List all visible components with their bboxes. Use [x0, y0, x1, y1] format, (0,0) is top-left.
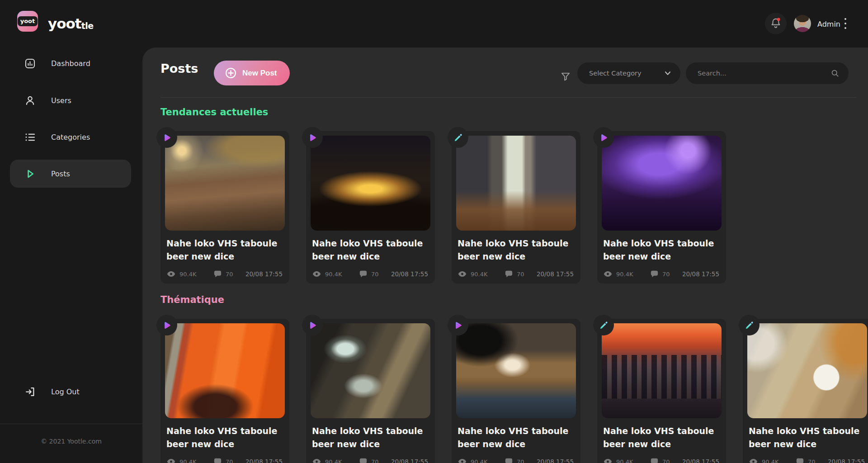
filter-button[interactable] [559, 69, 572, 85]
avatar[interactable] [794, 15, 811, 32]
post-title[interactable]: Nahe loko VHS taboule beer new dice [458, 237, 575, 264]
card-badge[interactable] [593, 315, 614, 335]
comments-stat: 70 [651, 270, 682, 278]
comment-icon [359, 458, 367, 463]
post-card[interactable]: Nahe loko VHS taboule beer new dice 90.4… [452, 131, 580, 283]
comment-icon [505, 270, 513, 278]
card-badge[interactable] [448, 127, 468, 148]
comments-stat: 70 [796, 458, 828, 463]
eye-icon [167, 271, 175, 277]
post-image[interactable] [602, 136, 722, 231]
post-image[interactable] [311, 323, 430, 418]
search-icon [830, 69, 840, 78]
play-icon [308, 133, 317, 142]
views-count: 90.4K [616, 458, 633, 463]
comment-icon [651, 270, 658, 278]
category-select[interactable]: Select Category [577, 62, 680, 84]
sidebar-item-users[interactable]: Users [10, 86, 131, 114]
post-title[interactable]: Nahe loko VHS taboule beer new dice [603, 237, 720, 264]
logout-button[interactable]: Log Out [10, 378, 131, 406]
card-badge[interactable] [302, 127, 323, 148]
comments-count: 70 [371, 271, 379, 278]
section-title: Tendances actuelles [160, 107, 268, 118]
funnel-icon [560, 71, 571, 83]
views-stat: 90.4K [312, 271, 359, 278]
card-badge[interactable] [156, 315, 177, 335]
new-post-button[interactable]: New Post [214, 61, 290, 85]
play-icon [599, 133, 609, 142]
bell-icon [770, 17, 782, 30]
play-icon [162, 133, 172, 142]
comments-stat: 70 [214, 458, 245, 463]
post-title[interactable]: Nahe loko VHS taboule beer new dice [312, 425, 429, 451]
logout-icon [24, 386, 36, 398]
post-card[interactable]: Nahe loko VHS taboule beer new dice 90.4… [452, 319, 580, 463]
post-title[interactable]: Nahe loko VHS taboule beer new dice [458, 425, 575, 451]
section-thematic: Thématique Nahe loko VHS taboule beer ne… [160, 294, 224, 305]
post-image[interactable] [165, 136, 285, 231]
post-date: 20/08 17:55 [245, 458, 283, 463]
post-title[interactable]: Nahe loko VHS taboule beer new dice [166, 425, 283, 451]
sidebar-item-posts[interactable]: Posts [10, 160, 131, 188]
card-badge[interactable] [448, 315, 468, 335]
comments-stat: 70 [359, 270, 391, 278]
eye-icon [749, 458, 758, 463]
comments-count: 70 [517, 271, 524, 278]
post-image[interactable] [311, 136, 430, 231]
post-title[interactable]: Nahe loko VHS taboule beer new dice [749, 425, 866, 451]
sidebar: Dashboard Users Categories Posts Log Out… [0, 38, 142, 463]
post-card[interactable]: Nahe loko VHS taboule beer new dice 90.4… [160, 131, 289, 283]
card-badge[interactable] [302, 315, 323, 335]
post-card[interactable]: Nahe loko VHS taboule beer new dice 90.4… [743, 319, 868, 463]
post-stats: 90.4K 70 20/08 17:55 [167, 270, 283, 278]
search-input[interactable] [698, 70, 830, 77]
post-image[interactable] [602, 323, 722, 418]
post-stats: 90.4K 70 20/08 17:55 [458, 270, 574, 278]
comment-icon [505, 458, 513, 463]
comment-icon [214, 458, 222, 463]
section-trending: Tendances actuelles Nahe loko VHS taboul… [160, 107, 268, 118]
kebab-menu-icon[interactable] [840, 14, 851, 33]
views-count: 90.4K [179, 458, 196, 463]
comments-count: 70 [808, 458, 816, 463]
views-stat: 90.4K [749, 458, 796, 463]
comment-icon [214, 270, 222, 278]
comments-count: 70 [662, 458, 670, 463]
views-count: 90.4K [762, 458, 778, 463]
edit-icon [453, 133, 463, 142]
post-title[interactable]: Nahe loko VHS taboule beer new dice [166, 237, 283, 264]
post-card[interactable]: Nahe loko VHS taboule beer new dice 90.4… [597, 131, 726, 283]
post-card[interactable]: Nahe loko VHS taboule beer new dice 90.4… [160, 319, 289, 463]
post-stats: 90.4K 70 20/08 17:55 [604, 458, 719, 463]
post-title[interactable]: Nahe loko VHS taboule beer new dice [312, 237, 429, 264]
views-stat: 90.4K [458, 458, 505, 463]
user-icon [24, 94, 36, 107]
post-image[interactable] [165, 323, 285, 418]
post-stats: 90.4K 70 20/08 17:55 [312, 270, 428, 278]
eye-icon [604, 458, 612, 463]
post-image[interactable] [456, 323, 576, 418]
post-card[interactable]: Nahe loko VHS taboule beer new dice 90.4… [306, 131, 435, 283]
post-image[interactable] [747, 323, 867, 418]
plus-circle-icon [225, 67, 237, 79]
bar-chart-icon [24, 57, 36, 70]
post-title[interactable]: Nahe loko VHS taboule beer new dice [603, 425, 720, 451]
cards-row: Nahe loko VHS taboule beer new dice 90.4… [160, 131, 726, 283]
views-count: 90.4K [325, 458, 342, 463]
brand-logo[interactable]: yoot yoot tle [17, 11, 94, 32]
post-card[interactable]: Nahe loko VHS taboule beer new dice 90.4… [597, 319, 726, 463]
sidebar-item-categories[interactable]: Categories [10, 123, 131, 151]
card-badge[interactable] [593, 127, 614, 148]
post-card[interactable]: Nahe loko VHS taboule beer new dice 90.4… [306, 319, 435, 463]
card-badge[interactable] [156, 127, 177, 148]
eye-icon [312, 458, 321, 463]
notifications-button[interactable] [765, 13, 787, 34]
views-count: 90.4K [616, 271, 633, 278]
play-icon [308, 321, 317, 330]
play-icon [453, 321, 463, 330]
card-badge[interactable] [739, 315, 760, 335]
sidebar-item-dashboard[interactable]: Dashboard [10, 49, 131, 77]
views-stat: 90.4K [312, 458, 359, 463]
post-stats: 90.4K 70 20/08 17:55 [458, 458, 574, 463]
post-image[interactable] [456, 136, 576, 231]
